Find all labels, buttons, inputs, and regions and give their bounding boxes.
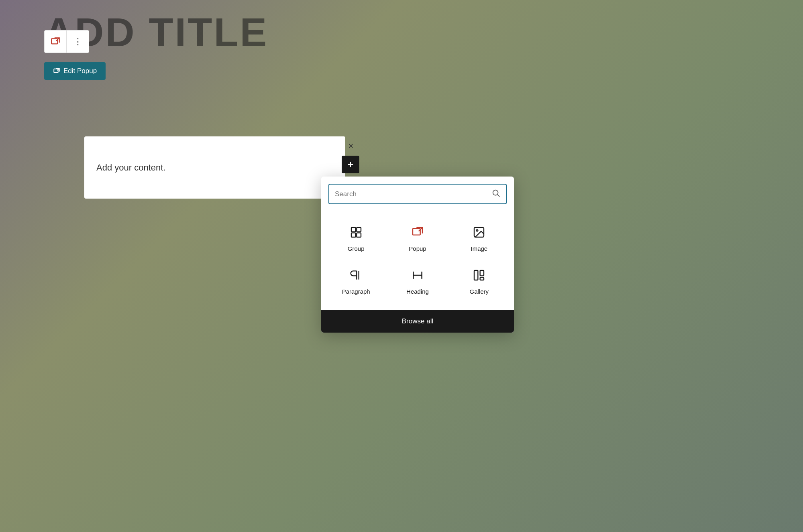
- popup-block-icon: [409, 223, 426, 241]
- paragraph-label: Paragraph: [342, 288, 370, 295]
- search-container: [321, 177, 514, 208]
- paragraph-icon: [347, 266, 365, 284]
- heading-label: Heading: [406, 288, 429, 295]
- popup-label: Popup: [409, 245, 426, 252]
- heading-icon: [409, 266, 426, 284]
- popup-icon-button[interactable]: [45, 30, 67, 53]
- edit-popup-button[interactable]: Edit Popup: [44, 62, 106, 80]
- toolbar-block: ⋮: [44, 30, 89, 53]
- block-item-gallery[interactable]: Gallery: [448, 259, 510, 302]
- more-options-button[interactable]: ⋮: [67, 30, 89, 53]
- gallery-label: Gallery: [470, 288, 489, 295]
- search-input[interactable]: [335, 190, 487, 198]
- svg-rect-7: [351, 233, 356, 237]
- svg-rect-17: [480, 270, 484, 276]
- content-block: Add your content.: [84, 136, 345, 199]
- svg-point-4: [493, 190, 498, 195]
- block-item-heading[interactable]: Heading: [387, 259, 448, 302]
- svg-rect-9: [357, 233, 361, 237]
- gallery-icon: [470, 266, 488, 284]
- block-item-popup[interactable]: Popup: [387, 216, 448, 259]
- search-icon: [491, 189, 500, 199]
- block-item-image[interactable]: Image: [448, 216, 510, 259]
- close-icon: ×: [349, 141, 354, 151]
- svg-rect-8: [357, 227, 361, 232]
- block-grid: Group Popup Image: [321, 208, 514, 306]
- svg-rect-10: [413, 229, 420, 235]
- block-item-paragraph[interactable]: Paragraph: [325, 259, 387, 302]
- svg-rect-0: [51, 39, 57, 44]
- search-box: [328, 184, 507, 204]
- edit-popup-label: Edit Popup: [63, 67, 97, 75]
- group-icon: [347, 223, 365, 241]
- plus-icon: +: [347, 158, 354, 171]
- block-item-group[interactable]: Group: [325, 216, 387, 259]
- image-label: Image: [471, 245, 487, 252]
- svg-rect-18: [480, 277, 484, 280]
- svg-rect-6: [351, 227, 356, 232]
- close-button[interactable]: ×: [343, 138, 359, 154]
- content-placeholder: Add your content.: [96, 162, 165, 173]
- browse-all-button[interactable]: Browse all: [321, 310, 514, 333]
- block-inserter-panel: Group Popup Image: [321, 177, 514, 333]
- group-label: Group: [348, 245, 365, 252]
- svg-point-13: [477, 229, 478, 231]
- svg-line-5: [497, 195, 499, 197]
- image-icon: [470, 223, 488, 241]
- svg-rect-16: [474, 270, 478, 280]
- svg-rect-2: [54, 69, 58, 73]
- external-link-icon: [53, 67, 60, 75]
- ellipsis-icon: ⋮: [73, 37, 82, 47]
- add-block-button[interactable]: +: [342, 156, 359, 173]
- popup-icon: [50, 37, 61, 47]
